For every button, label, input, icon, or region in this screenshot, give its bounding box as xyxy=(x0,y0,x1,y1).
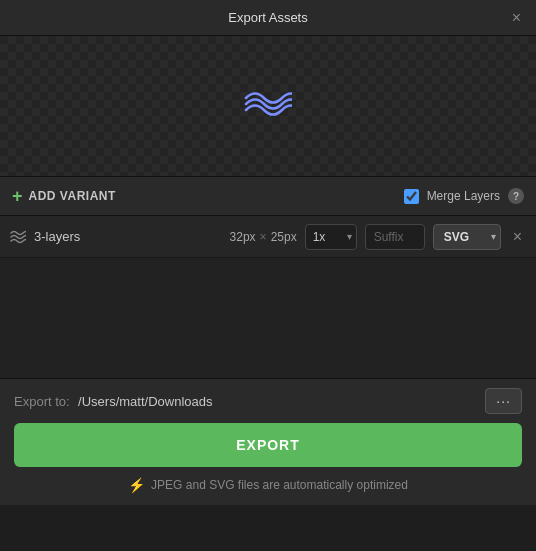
format-select-wrap: SVG PNG JPG PDF WebP ▾ xyxy=(433,224,501,250)
add-variant-label: ADD VARIANT xyxy=(29,189,116,203)
export-button[interactable]: EXPORT xyxy=(14,423,522,467)
add-variant-button[interactable]: + ADD VARIANT xyxy=(12,187,116,205)
export-to-row: Export to: /Users/matt/Downloads ··· xyxy=(0,379,536,423)
window-title: Export Assets xyxy=(228,10,307,25)
scale-select[interactable]: 0.5x 1x 2x 3x 4x xyxy=(305,224,357,250)
format-select[interactable]: SVG PNG JPG PDF WebP xyxy=(433,224,501,250)
wave-icon xyxy=(244,88,292,125)
optimize-note-text: JPEG and SVG files are automatically opt… xyxy=(151,478,408,492)
title-bar: Export Assets × xyxy=(0,0,536,36)
footer: Export to: /Users/matt/Downloads ··· EXP… xyxy=(0,378,536,505)
preview-area xyxy=(0,36,536,176)
merge-layers-label: Merge Layers xyxy=(427,189,500,203)
close-button[interactable]: × xyxy=(507,8,526,28)
content-area xyxy=(0,258,536,378)
layer-dimensions: 32px × 25px xyxy=(230,230,297,244)
layer-height: 25px xyxy=(271,230,297,244)
layer-name: 3-layers xyxy=(34,229,94,244)
export-path-group: Export to: /Users/matt/Downloads xyxy=(14,392,212,410)
merge-layers-checkbox[interactable] xyxy=(404,189,419,204)
export-path: /Users/matt/Downloads xyxy=(78,394,212,409)
suffix-input[interactable] xyxy=(365,224,425,250)
scale-select-wrap: 0.5x 1x 2x 3x 4x ▾ xyxy=(305,224,357,250)
optimize-note-row: ⚡ JPEG and SVG files are automatically o… xyxy=(0,477,536,505)
dimension-separator: × xyxy=(260,230,267,244)
bolt-icon: ⚡ xyxy=(128,477,145,493)
layer-width: 32px xyxy=(230,230,256,244)
add-variant-bar: + ADD VARIANT Merge Layers ? xyxy=(0,176,536,216)
layer-row: 3-layers 32px × 25px 0.5x 1x 2x 3x 4x ▾ … xyxy=(0,216,536,258)
help-icon[interactable]: ? xyxy=(508,188,524,204)
remove-layer-button[interactable]: × xyxy=(509,227,526,247)
export-to-label: Export to: xyxy=(14,394,70,409)
plus-icon: + xyxy=(12,187,23,205)
more-options-button[interactable]: ··· xyxy=(485,388,522,414)
layer-type-icon xyxy=(10,230,26,244)
merge-layers-group: Merge Layers ? xyxy=(404,188,524,204)
